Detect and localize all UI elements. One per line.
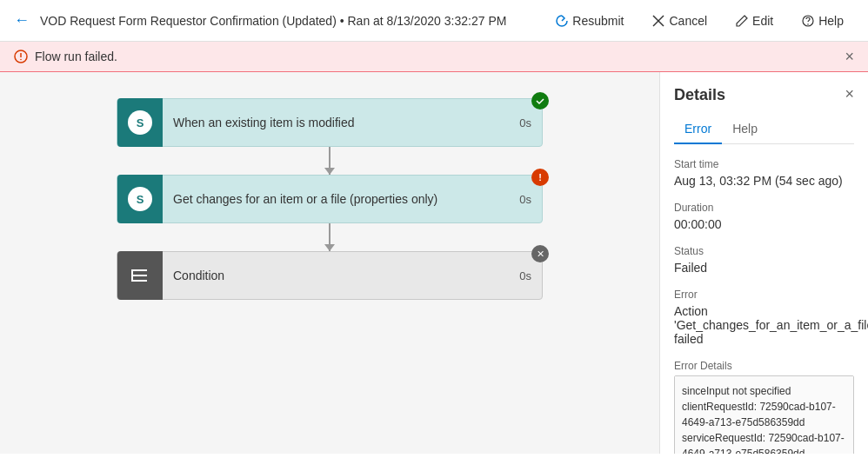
step-status-3: ✕ <box>531 245 549 262</box>
step-duration-2: 0s <box>509 193 542 206</box>
cancel-button[interactable]: Cancel <box>641 9 718 33</box>
duration-field: Duration 00:00:00 <box>674 202 854 231</box>
start-time-value: Aug 13, 03:32 PM (54 sec ago) <box>674 174 854 188</box>
resubmit-button[interactable]: Resubmit <box>544 9 634 33</box>
svg-point-6 <box>20 59 22 61</box>
arrow-1 <box>329 147 331 175</box>
canvas: S When an existing item is modified 0s S… <box>0 72 659 454</box>
flow-container: S When an existing item is modified 0s S… <box>112 98 547 300</box>
error-banner: Flow run failed. × <box>0 42 868 72</box>
edit-icon <box>735 14 749 28</box>
svg-rect-9 <box>133 280 147 282</box>
error-circle-icon <box>14 50 28 63</box>
error-field: Error Action 'Get_changes_for_an_item_or… <box>674 289 854 346</box>
error-details-box[interactable]: sinceInput not specified clientRequestId… <box>674 375 854 454</box>
tab-help[interactable]: Help <box>722 115 768 144</box>
details-panel: Details × Error Help Start time Aug 13, … <box>659 72 868 454</box>
step-label-1: When an existing item is modified <box>163 116 509 129</box>
help-button[interactable]: Help <box>791 9 854 33</box>
error-details-field: Error Details sinceInput not specified c… <box>674 360 854 454</box>
step-icon-2: S <box>117 175 163 223</box>
cancel-icon <box>651 14 665 28</box>
details-tabs: Error Help <box>674 115 854 144</box>
main-layout: S When an existing item is modified 0s S… <box>0 72 868 454</box>
details-close-button[interactable]: × <box>845 86 854 102</box>
svg-point-3 <box>807 23 809 25</box>
step-card-1[interactable]: S When an existing item is modified 0s <box>117 98 543 147</box>
back-button[interactable]: ← <box>14 11 30 30</box>
step-icon-letter-2: S <box>128 187 152 211</box>
details-title: Details <box>674 86 854 104</box>
svg-rect-8 <box>133 275 147 276</box>
error-details-label: Error Details <box>674 360 854 372</box>
header: ← VOD Request Form Requestor Confirmatio… <box>0 0 868 42</box>
step-status-1 <box>531 92 549 110</box>
start-time-field: Start time Aug 13, 03:32 PM (54 sec ago) <box>674 158 854 188</box>
edit-button[interactable]: Edit <box>724 9 784 33</box>
error-banner-text: Flow run failed. <box>35 50 117 63</box>
status-field: Status Failed <box>674 245 854 275</box>
step-icon-letter-1: S <box>128 110 152 135</box>
error-banner-left: Flow run failed. <box>14 50 117 63</box>
step-icon-1: S <box>117 98 163 147</box>
step-label-3: Condition <box>163 269 509 282</box>
svg-rect-7 <box>133 269 147 271</box>
resubmit-icon <box>555 14 569 28</box>
status-value: Failed <box>674 261 854 275</box>
duration-value: 00:00:00 <box>674 217 854 231</box>
condition-symbol-icon <box>130 265 150 286</box>
error-banner-close[interactable]: × <box>845 49 854 64</box>
step-card-3[interactable]: Condition 0s ✕ <box>117 251 543 300</box>
step-label-2: Get changes for an item or a file (prope… <box>163 192 509 206</box>
arrow-2 <box>329 223 331 251</box>
step-icon-3 <box>117 251 163 300</box>
tab-error[interactable]: Error <box>674 115 722 144</box>
step-duration-3: 0s <box>509 269 542 282</box>
header-actions: Resubmit Cancel Edit Help <box>544 9 854 33</box>
error-details-text: sinceInput not specified clientRequestId… <box>682 385 845 454</box>
step-status-2: ! <box>531 169 549 186</box>
help-icon <box>801 14 815 28</box>
error-label: Error <box>674 289 854 301</box>
duration-label: Duration <box>674 202 854 214</box>
start-time-label: Start time <box>674 158 854 170</box>
step-duration-1: 0s <box>509 116 542 129</box>
step-card-2[interactable]: S Get changes for an item or a file (pro… <box>117 175 543 223</box>
page-title: VOD Request Form Requestor Confirmation … <box>40 14 544 28</box>
error-value: Action 'Get_changes_for_an_item_or_a_fil… <box>674 304 854 346</box>
status-label: Status <box>674 245 854 257</box>
svg-rect-10 <box>131 269 133 282</box>
